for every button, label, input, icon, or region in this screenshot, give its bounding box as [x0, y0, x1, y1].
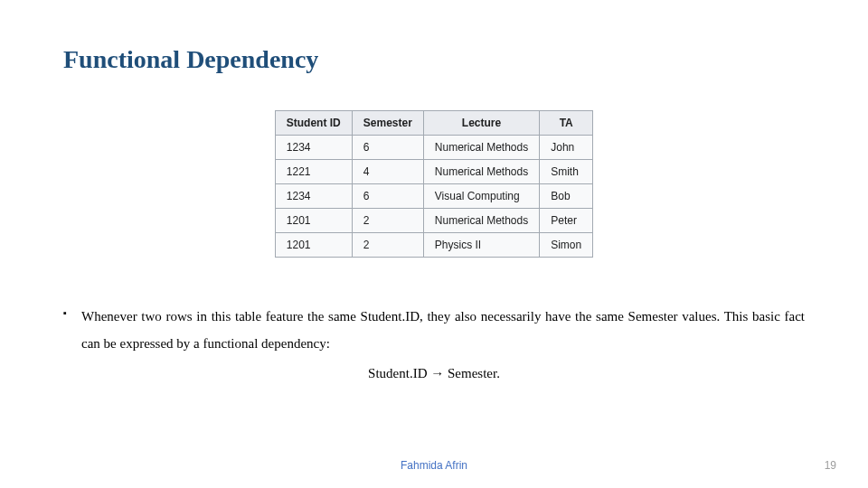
cell: 1221: [275, 160, 352, 184]
col-header: Student ID: [275, 111, 352, 136]
page-title: Functional Dependency: [63, 45, 805, 74]
cell: 1234: [275, 184, 352, 209]
col-header: Semester: [352, 111, 423, 136]
cell: 4: [352, 160, 423, 184]
footer-author: Fahmida Afrin: [401, 459, 467, 472]
functional-dependency-expression: Student.ID → Semester.: [63, 366, 805, 381]
cell: Numerical Methods: [423, 209, 539, 233]
cell: Bob: [540, 184, 593, 209]
cell: John: [540, 136, 593, 160]
bullet-item: Whenever two rows in this table feature …: [63, 303, 805, 357]
cell: 1201: [275, 233, 352, 258]
cell: Numerical Methods: [423, 136, 539, 160]
cell: 6: [352, 136, 423, 160]
cell: 1234: [275, 136, 352, 160]
cell: 6: [352, 184, 423, 209]
table-row: 1234 6 Numerical Methods John: [275, 136, 592, 160]
footer-page-number: 19: [825, 459, 836, 472]
table-row: 1221 4 Numerical Methods Smith: [275, 160, 592, 184]
cell: Numerical Methods: [423, 160, 539, 184]
cell: Simon: [540, 233, 593, 258]
table-header-row: Student ID Semester Lecture TA: [275, 111, 592, 136]
slide: Functional Dependency Student ID Semeste…: [0, 0, 868, 488]
cell: Smith: [540, 160, 593, 184]
cell: Physics II: [423, 233, 539, 258]
cell: 1201: [275, 209, 352, 233]
cell: 2: [352, 209, 423, 233]
bullet-list: Whenever two rows in this table feature …: [63, 303, 805, 357]
col-header: TA: [540, 111, 593, 136]
table-row: 1201 2 Physics II Simon: [275, 233, 592, 258]
col-header: Lecture: [423, 111, 539, 136]
table-row: 1201 2 Numerical Methods Peter: [275, 209, 592, 233]
cell: 2: [352, 233, 423, 258]
cell: Visual Computing: [423, 184, 539, 209]
table-row: 1234 6 Visual Computing Bob: [275, 184, 592, 209]
data-table: Student ID Semester Lecture TA 1234 6 Nu…: [275, 110, 593, 258]
table-container: Student ID Semester Lecture TA 1234 6 Nu…: [63, 110, 805, 258]
cell: Peter: [540, 209, 593, 233]
